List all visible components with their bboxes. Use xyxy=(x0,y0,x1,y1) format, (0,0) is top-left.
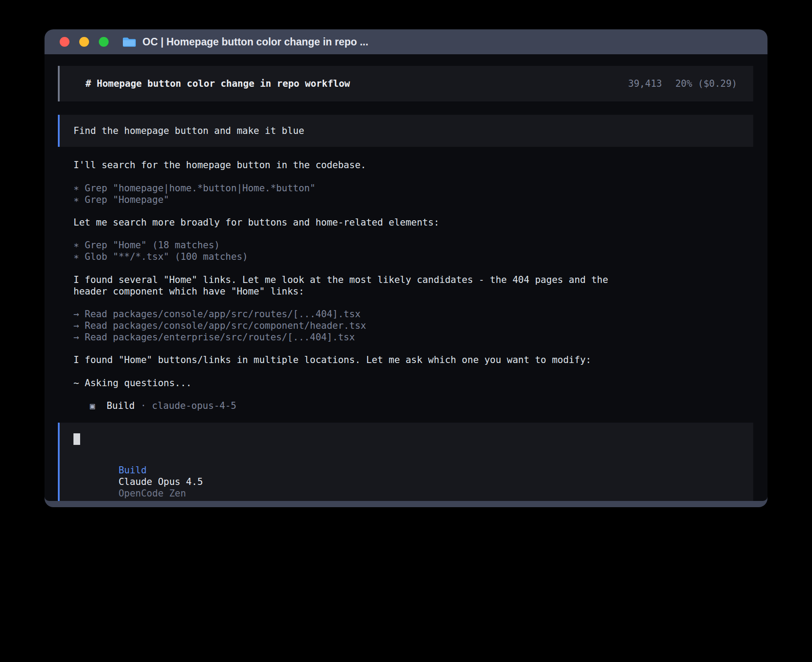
token-count: 39,413 xyxy=(628,78,662,89)
titlebar-content: OC | Homepage button color change in rep… xyxy=(122,36,368,48)
input-statusline: Build Claude Opus 4.5 OpenCode Zen xyxy=(73,453,737,501)
zoom-button[interactable] xyxy=(99,37,109,47)
model-label: Claude Opus 4.5 xyxy=(118,476,203,487)
window-title: OC | Homepage button color change in rep… xyxy=(142,36,368,48)
agent-separator: · xyxy=(141,400,146,412)
close-button[interactable] xyxy=(60,37,69,47)
window-titlebar[interactable]: OC | Homepage button color change in rep… xyxy=(45,29,767,54)
agent-name: Build xyxy=(106,400,134,412)
user-message: Find the homepage button and make it blu… xyxy=(58,115,753,147)
provider-label: OpenCode Zen xyxy=(118,488,186,499)
tool-call-group: → Read packages/console/app/src/routes/[… xyxy=(73,308,750,343)
assistant-text: I found "Home" buttons/links in multiple… xyxy=(73,354,750,366)
traffic-lights xyxy=(60,37,109,47)
assistant-text: Let me search more broadly for buttons a… xyxy=(73,217,750,228)
terminal-content: # Homepage button color change in repo w… xyxy=(45,54,767,501)
text-cursor xyxy=(73,433,80,445)
session-header: # Homepage button color change in repo w… xyxy=(58,66,753,101)
prompt-input[interactable]: Build Claude Opus 4.5 OpenCode Zen xyxy=(58,423,753,501)
assistant-text: I'll search for the homepage button in t… xyxy=(73,159,750,171)
session-title: # Homepage button color change in repo w… xyxy=(85,78,350,89)
mode-label: Build xyxy=(118,465,146,476)
context-usage: 20% ($0.29) xyxy=(675,78,737,89)
assistant-text: I found several "Home" links. Let me loo… xyxy=(73,274,750,297)
tool-call-group: ∗ Grep "homepage|home.*button|Home.*butt… xyxy=(73,182,750,206)
status-line: ~ Asking questions... xyxy=(73,377,750,389)
folder-icon xyxy=(122,36,136,48)
minimize-button[interactable] xyxy=(79,37,89,47)
agent-row: ▣ Build · claude-opus-4-5 xyxy=(90,400,767,412)
terminal-window: OC | Homepage button color change in rep… xyxy=(45,29,767,507)
session-stats: 39,413 20% ($0.29) xyxy=(628,78,737,89)
agent-model: claude-opus-4-5 xyxy=(152,400,236,412)
tool-call-group: ∗ Grep "Home" (18 matches) ∗ Glob "**/*.… xyxy=(73,239,750,262)
agent-icon: ▣ xyxy=(90,400,95,412)
